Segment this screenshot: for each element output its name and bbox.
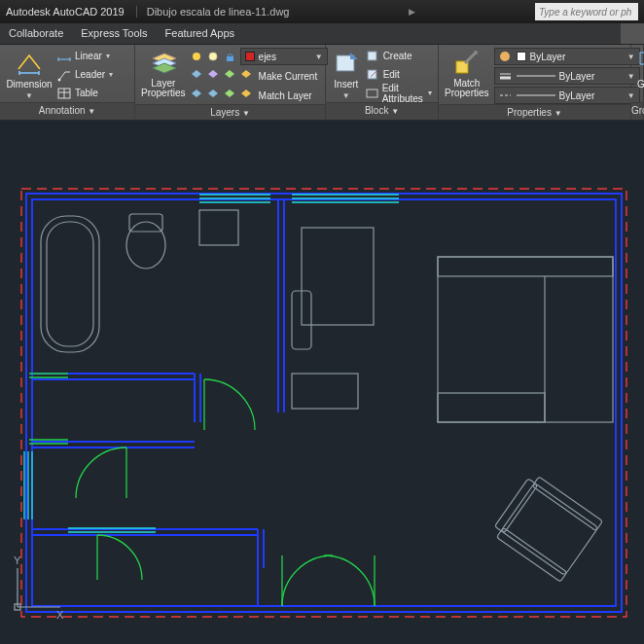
panel-annotation: Dimension ▼ Linear ▾ Leader ▾ Table <box>0 45 135 120</box>
panel-block: Insert ▼ Create Edit Edit Attributes ▾ <box>326 45 439 120</box>
drawing-canvas[interactable]: Y X <box>0 121 644 644</box>
linetype-value: ByLayer <box>559 90 595 101</box>
search-input[interactable] <box>535 3 638 20</box>
color-swatch <box>517 52 526 61</box>
lineweight-icon <box>499 69 513 83</box>
edit-attributes-icon <box>366 87 378 100</box>
layers-u3-icon[interactable] <box>224 68 237 82</box>
app-name: Autodesk AutoCAD 2019 <box>6 6 125 18</box>
layers-u2-icon[interactable] <box>207 68 221 82</box>
linear-label: Linear <box>75 51 102 61</box>
tab-overflow[interactable] <box>621 23 644 44</box>
leader-icon <box>57 68 71 82</box>
match-layer-button[interactable]: Match Layer <box>259 88 312 104</box>
create-label: Create <box>383 51 412 61</box>
insert-label: Insert <box>334 79 358 89</box>
layers-u7-icon[interactable] <box>224 88 237 101</box>
group-button[interactable]: Group <box>637 48 644 89</box>
panel-properties: MatchProperties ByLayer ▼ ByLayer ▼ <box>439 45 631 120</box>
color-combo[interactable]: ByLayer ▼ <box>494 48 640 65</box>
layer-lock-icon[interactable] <box>224 50 237 63</box>
table-icon <box>57 87 71 100</box>
svg-rect-7 <box>368 70 376 79</box>
svg-point-21 <box>126 222 165 268</box>
group-label: Group <box>637 79 644 89</box>
layers-u1-icon[interactable] <box>191 68 204 82</box>
dimension-icon <box>16 50 43 77</box>
layers-u5-icon[interactable] <box>191 88 204 101</box>
panel-title-groups[interactable]: Groups <box>631 102 643 120</box>
dimension-label: Dimension <box>6 79 52 89</box>
layers-u4-icon[interactable] <box>240 68 254 82</box>
edit-attributes-button[interactable]: Edit Attributes ▾ <box>366 85 432 101</box>
layer-color-swatch <box>245 52 255 61</box>
table-label: Table <box>75 88 98 98</box>
layer-properties-label: LayerProperties <box>141 79 186 98</box>
svg-point-10 <box>474 51 478 54</box>
linear-button[interactable]: Linear ▾ <box>57 48 113 64</box>
svg-rect-24 <box>302 228 374 325</box>
make-current-button[interactable]: Make Current <box>259 68 318 85</box>
paint-icon <box>499 50 513 63</box>
layers-u8-icon[interactable] <box>240 88 254 101</box>
ucs-x-label: X <box>56 609 64 621</box>
svg-rect-29 <box>438 393 545 422</box>
linear-icon <box>57 50 71 63</box>
create-button[interactable]: Create <box>366 48 432 64</box>
svg-rect-22 <box>129 214 162 232</box>
create-icon <box>366 50 379 63</box>
match-properties-button[interactable]: MatchProperties <box>445 48 489 98</box>
tab-spacer <box>243 23 621 44</box>
layer-off-icon[interactable] <box>191 50 204 63</box>
layer-freeze-icon[interactable] <box>207 50 221 63</box>
svg-rect-26 <box>292 374 358 409</box>
panel-groups: Group Groups <box>631 45 644 120</box>
svg-rect-6 <box>368 52 376 60</box>
linetype-combo[interactable]: ByLayer ▼ <box>494 87 640 104</box>
svg-point-11 <box>500 52 510 61</box>
layer-current-name: ejes <box>259 52 276 62</box>
svg-rect-20 <box>47 222 93 346</box>
edit-attributes-label: Edit Attributes <box>382 83 424 104</box>
svg-point-2 <box>193 53 200 60</box>
table-button[interactable]: Table <box>57 85 113 101</box>
dimension-button[interactable]: Dimension ▼ <box>6 48 53 100</box>
linetype-icon <box>499 89 513 102</box>
svg-point-0 <box>58 78 61 81</box>
svg-rect-28 <box>438 257 613 276</box>
insert-icon <box>333 50 360 77</box>
layers-u6-icon[interactable] <box>207 88 221 101</box>
svg-rect-8 <box>367 89 377 97</box>
tab-featured-apps[interactable]: Featured Apps <box>157 23 244 44</box>
layer-properties-button[interactable]: LayerProperties <box>141 48 186 98</box>
svg-rect-23 <box>199 210 238 245</box>
insert-button[interactable]: Insert ▼ <box>332 48 361 100</box>
lineweight-value: ByLayer <box>559 71 595 82</box>
chevron-down-icon: ▾ <box>109 70 113 79</box>
lineweight-combo[interactable]: ByLayer ▼ <box>494 67 640 85</box>
panel-title-properties[interactable]: Properties ▼ <box>439 104 630 120</box>
match-properties-icon <box>453 50 481 77</box>
layer-combo[interactable]: ejes ▼ <box>240 48 328 65</box>
group-icon <box>637 50 644 77</box>
panel-layers: LayerProperties ejes ▼ <box>135 45 326 120</box>
svg-rect-4 <box>227 56 233 61</box>
panel-title-annotation[interactable]: Annotation ▼ <box>0 102 134 120</box>
color-value: ByLayer <box>530 52 566 62</box>
panel-title-layers[interactable]: Layers ▼ <box>135 104 325 120</box>
edit-button[interactable]: Edit <box>366 66 432 83</box>
edit-icon <box>366 68 379 82</box>
svg-rect-27 <box>438 257 613 422</box>
panel-title-block[interactable]: Block ▼ <box>326 102 438 120</box>
search-chevron[interactable]: ▶ <box>409 7 415 17</box>
svg-rect-19 <box>41 216 99 352</box>
ribbon: Dimension ▼ Linear ▾ Leader ▾ Table <box>0 45 644 121</box>
svg-rect-16 <box>21 189 626 617</box>
ribbon-tabs: Collaborate Express Tools Featured Apps <box>0 23 644 45</box>
tab-express-tools[interactable]: Express Tools <box>72 23 156 44</box>
lineweight-preview <box>517 71 555 81</box>
leader-button[interactable]: Leader ▾ <box>57 66 113 83</box>
chevron-down-icon: ▼ <box>342 91 350 100</box>
svg-rect-14 <box>640 53 644 64</box>
tab-collaborate[interactable]: Collaborate <box>0 23 72 44</box>
